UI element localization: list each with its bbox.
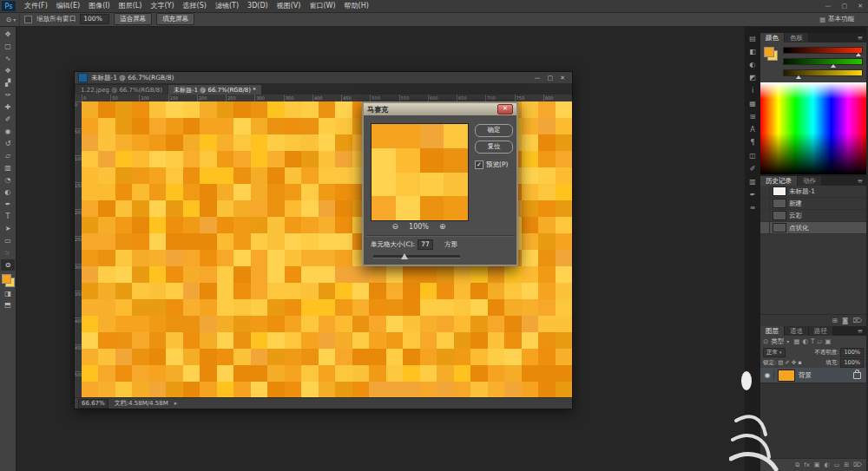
panel-icon-info[interactable]: i [746, 86, 759, 95]
panel-icon-navigator[interactable]: ⊞ [746, 112, 759, 121]
panel-icon-styles[interactable]: ◧ [746, 47, 759, 56]
slider-thumb[interactable] [401, 253, 408, 259]
cell-size-input[interactable]: 77 [418, 239, 433, 250]
gradient-tool[interactable]: ▥ [1, 162, 15, 173]
panel-icon-swatches[interactable]: ▤ [746, 34, 759, 43]
panel-icon-brush-presets[interactable]: ✐ [746, 164, 759, 173]
zoom-all-windows-checkbox[interactable] [24, 16, 32, 23]
delete-layer-icon[interactable]: ⌦ [853, 461, 862, 468]
document-titlebar[interactable]: 未标题-1 @ 66.7%(RGB/8) —▢✕ [75, 72, 572, 84]
lock-pixels-icon[interactable]: ✐ [785, 359, 789, 366]
zoom-percent-input[interactable]: 100% [80, 14, 109, 24]
menu-item[interactable]: 图像(I) [84, 0, 115, 12]
document-window-control-icon[interactable]: ✕ [556, 75, 569, 82]
layer-group-icon[interactable]: ▭ [834, 461, 840, 468]
layer-row-background[interactable]: ◉ 背景 [760, 368, 866, 383]
filter-type-layers-icon[interactable]: T [811, 337, 815, 345]
document-window-control-icon[interactable]: — [531, 75, 544, 82]
panel-tab[interactable]: 路径 [809, 326, 832, 336]
zoom-out-icon[interactable]: ⊖ [392, 222, 399, 231]
zoom-tool[interactable]: ⊙ [1, 259, 15, 271]
window-control-icon[interactable]: — [820, 3, 837, 10]
panel-tab[interactable]: 动作 [798, 176, 821, 186]
cell-size-slider[interactable] [373, 255, 460, 258]
crop-tool[interactable]: ▞ [1, 77, 15, 88]
panel-icon-adjustments[interactable]: ◐ [746, 60, 759, 69]
panel-icon-timeline[interactable]: ≡ [746, 203, 759, 213]
layer-effects-icon[interactable]: fx [804, 461, 810, 468]
menu-item[interactable]: 文字(Y) [146, 0, 178, 12]
new-layer-icon[interactable]: ⊞ [844, 461, 849, 468]
history-state-row[interactable]: 新建 [760, 198, 866, 210]
eraser-tool[interactable]: ▱ [1, 150, 15, 161]
marquee-tool[interactable]: ▢ [1, 41, 15, 52]
filter-shape-layers-icon[interactable]: ▱ [818, 337, 823, 345]
lock-transparency-icon[interactable]: ▨ [778, 359, 783, 366]
history-brush-tool[interactable]: ↺ [1, 138, 15, 149]
history-source-checkbox[interactable] [760, 198, 770, 209]
panel-icon-paths[interactable]: ✒ [746, 190, 759, 200]
foreground-color-swatch[interactable] [2, 274, 11, 284]
window-control-icon[interactable]: ✕ [852, 3, 868, 10]
layer-filter-label[interactable]: 类型 [771, 337, 784, 346]
panel-menu-icon[interactable]: ≡ [858, 33, 866, 43]
document-window-control-icon[interactable]: ▢ [544, 75, 557, 82]
layer-visibility-eye-icon[interactable]: ◉ [763, 371, 774, 380]
screen-mode-icon[interactable]: ⬒ [1, 299, 15, 310]
link-layers-icon[interactable]: ⧉ [795, 461, 799, 468]
path-selection-tool[interactable]: ➤ [1, 223, 15, 234]
lasso-tool[interactable]: ∿ [1, 53, 15, 64]
panel-menu-icon[interactable]: ≡ [858, 176, 866, 186]
preview-checkbox[interactable]: ✓ [475, 160, 483, 169]
panel-menu-icon[interactable]: ≡ [858, 326, 866, 336]
clone-stamp-tool[interactable]: ◉ [1, 126, 15, 137]
workspace-switcher[interactable]: ▦ 基本功能 [819, 15, 854, 23]
ok-button[interactable]: 确定 [475, 124, 513, 137]
type-tool[interactable]: T [1, 211, 15, 222]
history-state-row[interactable]: 点状化 [760, 222, 866, 234]
lock-all-icon[interactable]: ▪ [798, 359, 801, 366]
menu-item[interactable]: 视图(V) [273, 0, 306, 12]
menu-item[interactable]: 3D(D) [243, 0, 273, 12]
menu-item[interactable]: 滤镜(T) [211, 0, 243, 12]
menu-item[interactable]: 文件(F) [20, 0, 52, 12]
blur-tool[interactable]: ◔ [1, 174, 15, 186]
brush-tool[interactable]: ✐ [1, 114, 15, 125]
panel-icon-paragraph[interactable]: ¶ [746, 138, 759, 147]
dialog-preview-mosaic[interactable] [371, 123, 469, 221]
new-document-from-state-icon[interactable]: ⊞ [832, 317, 838, 324]
pen-tool[interactable]: ✒ [1, 199, 15, 210]
fit-screen-button[interactable]: 适合屏幕 [114, 13, 152, 25]
history-source-checkbox[interactable] [760, 222, 770, 233]
reset-button[interactable]: 复位 [475, 141, 513, 154]
filter-smart-objects-icon[interactable]: ▣ [825, 337, 831, 345]
delete-state-icon[interactable]: ⌦ [852, 317, 862, 324]
menu-item[interactable]: 编辑(E) [52, 0, 84, 12]
mosaic-dialog-titlebar[interactable]: 马赛克 ✕ [364, 103, 516, 115]
quick-mask-icon[interactable]: ◨ [1, 288, 15, 298]
filter-adjustment-layers-icon[interactable]: ◐ [802, 337, 808, 345]
blue-slider[interactable] [783, 69, 863, 76]
panel-icon-clone-source[interactable]: ◫ [746, 151, 759, 160]
quick-selection-tool[interactable]: ❖ [1, 65, 15, 76]
status-arrow-icon[interactable]: ▸ [174, 400, 178, 407]
panel-tab[interactable]: 颜色 [760, 33, 784, 43]
panel-icon-character[interactable]: A [746, 125, 759, 134]
red-slider[interactable] [783, 47, 863, 54]
history-state-row[interactable]: 未标题-1 [760, 186, 866, 198]
lock-position-icon[interactable]: ✥ [792, 359, 796, 366]
window-control-icon[interactable]: ▢ [837, 3, 853, 10]
panel-tab[interactable]: 通道 [785, 326, 808, 336]
rectangle-tool[interactable]: ▭ [1, 235, 15, 246]
dodge-tool[interactable]: ◐ [1, 186, 15, 198]
panel-tab[interactable]: 历史记录 [760, 176, 797, 186]
menu-item[interactable]: 窗口(W) [305, 0, 339, 12]
color-spectrum-ramp[interactable] [760, 82, 866, 174]
status-zoom-input[interactable]: 66.67% [78, 399, 108, 409]
dialog-close-button[interactable]: ✕ [497, 104, 513, 114]
filter-pixel-layers-icon[interactable]: ▦ [793, 337, 799, 345]
layer-mask-icon[interactable]: ▣ [814, 461, 820, 468]
adjustment-layer-icon[interactable]: ◐ [824, 461, 829, 468]
panel-icon-channels[interactable]: ▥ [746, 177, 759, 186]
green-slider[interactable] [783, 58, 863, 65]
